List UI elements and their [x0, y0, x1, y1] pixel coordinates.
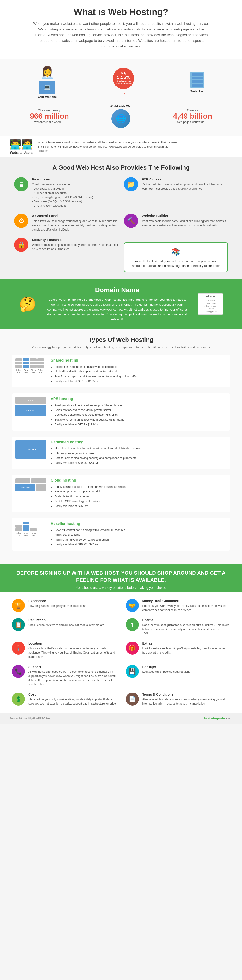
stats-row: There are currently 966 million websites…: [10, 101, 232, 132]
hosting-cloud: Your site Cloud hosting Highly scalable …: [12, 475, 230, 512]
vps-points: Amalgamation of dedicated server plus Sh…: [51, 403, 124, 427]
shared-title: Shared hosting: [51, 358, 137, 363]
footer-brand-suffix: .com: [226, 716, 232, 720]
feature-resources: 🖥 Resources Check the features you are g…: [14, 177, 118, 208]
ftp-desc: It's the basic technology used to upload…: [142, 182, 228, 191]
percentage-value: 5,55%: [117, 75, 131, 80]
vps-title: VPS hosting: [51, 397, 124, 401]
domain-desc: Before we jump into the different types …: [44, 298, 191, 322]
feature-ftp: 📁 FTP Access It's the basic technology u…: [124, 177, 228, 208]
security-icon: 🔒: [14, 238, 28, 252]
hosting-types-subtitle: As technology has progressed different t…: [12, 345, 230, 349]
domain-person-icon: 🤔: [19, 296, 37, 312]
tutorials-box: 📚 You will also find that good web hosts…: [124, 242, 228, 272]
ftp-text: FTP Access It's the basic technology use…: [142, 177, 228, 191]
cloud-row-1: [15, 478, 46, 483]
shared-servers: Othersite Yousite Othersite Othersite: [15, 358, 46, 374]
cloud-point-4: Best for SMBs and large enterprises: [54, 499, 126, 504]
criteria-terms: 📄 Terms & Conditions Always read this! M…: [126, 692, 231, 706]
reseller-point-2: Aid in brand building: [54, 532, 125, 537]
website-users-section: 👨‍💻👩‍💻 Website Users When internet users…: [0, 136, 242, 157]
criteria-cost: 💲 Cost Shouldn't be your only considerat…: [12, 692, 116, 706]
vps-your-bar: Your site: [15, 405, 46, 417]
hosting-vps: Shared Your site VPS hosting Amalgamatio…: [12, 393, 230, 431]
reseller-point-3: Aid in sharing your server space with ot…: [54, 537, 125, 542]
intro-text: When you make a website and want other p…: [33, 21, 210, 49]
backups-title: Backups: [142, 665, 190, 669]
reputation-text: Reputation Check online reviews to find …: [28, 618, 104, 627]
server-stack-4: Othersite: [37, 358, 44, 374]
website-builder-icon: 🔨: [124, 214, 138, 228]
reseller-point-4: Easily available at $19.92 - $22.9/m: [54, 542, 125, 547]
ftp-icon: 📁: [124, 177, 138, 191]
feature-website-builder: 🔨 Website Builder Most web hosts include…: [124, 214, 228, 232]
stat1-number: 966 million: [30, 112, 69, 121]
dedicated-point-2: Efficiently manage traffic spikes: [54, 451, 141, 456]
stat1-label: websites in the world: [30, 121, 65, 124]
shared-point-3: Best for start-ups to maintain low-moder…: [54, 374, 137, 379]
vps-point-5: Easily available at $17.9 - $19.9/m: [54, 422, 124, 427]
dedicated-point-4: Easily available at $49.95 - $53.9/m: [54, 461, 141, 465]
percentage-area: Only 5,55% of websites are currently act…: [113, 68, 134, 97]
control-panel-icon: ⚙: [14, 214, 28, 228]
computer-icon: 💻: [39, 81, 56, 94]
cloud-info: Cloud hosting Highly scalable solution t…: [51, 478, 126, 509]
money-back-icon: 🤝: [126, 599, 139, 612]
security-desc: Websites must be kept secure so they are…: [32, 243, 118, 251]
domain-section: 🤔 Domain Name Before we jump into the di…: [0, 279, 242, 329]
stat2-label: web pages worldwide: [173, 121, 209, 124]
reseller-stack-1: Othersite: [15, 525, 22, 537]
reseller-title: Reseller hosting: [51, 522, 125, 526]
server-stack-1: Othersite: [15, 358, 22, 374]
server-label-other3: Othersite: [37, 369, 44, 374]
footer-section: Source: https://bit.ly/HowPPPOffers firs…: [0, 713, 242, 724]
percentage-only: Only: [121, 72, 126, 75]
tutorials-desc: You will also find that good web hosts u…: [129, 259, 223, 268]
vps-servers: Shared Your site: [15, 397, 46, 417]
brainstorm-content: ✓ Relevant✓ Memorable✓ Easy to spell✓ Sh…: [199, 299, 221, 313]
cloud-title: Cloud hosting: [51, 478, 126, 482]
stat2-prefix: There are: [173, 109, 212, 112]
location-text: Location Choose a host that's located in…: [28, 641, 116, 659]
extras-icon: 🎁: [126, 641, 139, 654]
cloud-cell-3: [36, 484, 46, 491]
experience-text: Experience How long has the company been…: [28, 599, 86, 608]
shared-point-4: Easily available at $0.95 - $2.05/m: [54, 379, 137, 383]
vps-point-4: Suitable for companies receiving moderat…: [54, 417, 124, 422]
terms-icon: 📄: [126, 692, 139, 706]
footer-url: Source: https://bit.ly/HowPPPOffers: [10, 717, 50, 720]
domain-title: Domain Name: [44, 286, 191, 294]
page-title: What is Web Hosting?: [14, 7, 228, 17]
cost-icon: 💲: [12, 692, 25, 706]
hosting-shared: Othersite Yousite Othersite Othersite: [12, 355, 230, 387]
reseller-server-visual: Othersite Yoursite Othersite: [15, 522, 46, 537]
shared-points: Economical and the most basic web hostin…: [51, 364, 137, 384]
cloud-servers: Your site: [15, 478, 46, 491]
control-panel-title: A Control Panel: [32, 214, 118, 218]
vps-shared-bar: Shared: [15, 397, 46, 404]
server-label-other1: Othersite: [15, 369, 22, 374]
vps-point-1: Amalgamation of dedicated server plus Sh…: [54, 403, 124, 408]
cloud-point-5: Easily available at $26.5/m: [54, 504, 126, 509]
vps-point-3: Dedicated space and resources to each VP…: [54, 412, 124, 417]
signup-sub: You should use a variety of criteria bef…: [14, 586, 228, 590]
cloud-server-visual: Your site: [15, 478, 46, 491]
criteria-experience: 🏆 Experience How long has the company be…: [12, 599, 116, 612]
reputation-desc: Check online reviews to find out how sat…: [28, 623, 104, 627]
shared-server-group: Othersite Yousite Othersite Othersite: [15, 358, 46, 374]
features-grid: 🖥 Resources Check the features you are g…: [14, 177, 228, 272]
location-title: Location: [28, 641, 116, 645]
stat-websites: There are currently 966 million websites…: [30, 109, 69, 124]
security-title: Security Features: [32, 238, 118, 242]
support-title: Support: [28, 665, 116, 669]
arrow-right-icon: →: [121, 90, 126, 97]
experience-title: Experience: [28, 599, 86, 603]
signup-section: BEFORE SIGNING UP WITH A WEB HOST, YOU S…: [0, 563, 242, 592]
criteria-extras: 🎁 Extras Look for extras such as SimpleS…: [126, 641, 231, 659]
header-section: What is Web Hosting? When you make a web…: [0, 0, 242, 59]
person-icon: 👩‍💼: [40, 66, 54, 80]
good-host-title: A Good Web Host Also Provides The Follow…: [14, 164, 228, 171]
reseller-other1-label: Othersite: [15, 532, 22, 537]
criteria-section: 🏆 Experience How long has the company be…: [0, 592, 242, 713]
backups-desc: Look web which backup data regularly: [142, 670, 190, 674]
